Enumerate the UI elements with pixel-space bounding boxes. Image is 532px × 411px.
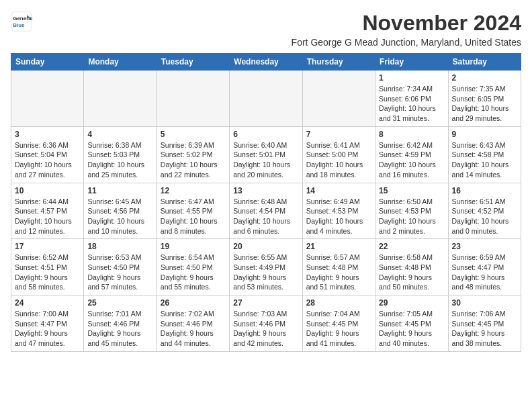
calendar-header-saturday: Saturday xyxy=(448,54,521,71)
week-row-3: 17Sunrise: 6:52 AM Sunset: 4:51 PM Dayli… xyxy=(11,239,521,295)
calendar-cell: 17Sunrise: 6:52 AM Sunset: 4:51 PM Dayli… xyxy=(11,239,84,295)
calendar-cell: 28Sunrise: 7:04 AM Sunset: 4:45 PM Dayli… xyxy=(302,295,375,352)
calendar-header-monday: Monday xyxy=(84,54,157,71)
calendar-cell: 15Sunrise: 6:50 AM Sunset: 4:53 PM Dayli… xyxy=(375,183,448,239)
day-number: 24 xyxy=(15,298,80,308)
calendar-cell: 25Sunrise: 7:01 AM Sunset: 4:46 PM Dayli… xyxy=(84,295,157,352)
day-number: 19 xyxy=(161,242,226,251)
day-info: Sunrise: 7:00 AM Sunset: 4:47 PM Dayligh… xyxy=(15,309,80,349)
calendar-header-thursday: Thursday xyxy=(302,54,375,71)
calendar-header-sunday: Sunday xyxy=(11,54,84,71)
day-number: 2 xyxy=(452,73,517,83)
calendar-cell: 20Sunrise: 6:55 AM Sunset: 4:49 PM Dayli… xyxy=(230,239,302,295)
calendar-cell: 14Sunrise: 6:49 AM Sunset: 4:53 PM Dayli… xyxy=(302,183,375,239)
day-info: Sunrise: 7:04 AM Sunset: 4:45 PM Dayligh… xyxy=(306,309,371,349)
calendar-cell: 1Sunrise: 7:34 AM Sunset: 6:06 PM Daylig… xyxy=(375,71,448,127)
day-number: 29 xyxy=(379,298,444,308)
day-number: 26 xyxy=(161,298,226,308)
day-info: Sunrise: 7:03 AM Sunset: 4:46 PM Dayligh… xyxy=(233,309,298,349)
day-number: 12 xyxy=(161,186,226,195)
day-info: Sunrise: 6:55 AM Sunset: 4:49 PM Dayligh… xyxy=(233,253,298,292)
day-info: Sunrise: 6:43 AM Sunset: 4:58 PM Dayligh… xyxy=(452,140,517,180)
day-number: 27 xyxy=(233,298,298,308)
day-info: Sunrise: 6:58 AM Sunset: 4:48 PM Dayligh… xyxy=(379,253,444,292)
day-info: Sunrise: 6:38 AM Sunset: 5:03 PM Dayligh… xyxy=(87,140,152,180)
day-number: 4 xyxy=(87,130,152,139)
day-info: Sunrise: 7:35 AM Sunset: 6:05 PM Dayligh… xyxy=(452,84,517,124)
day-number: 17 xyxy=(15,242,80,251)
day-info: Sunrise: 6:54 AM Sunset: 4:50 PM Dayligh… xyxy=(161,253,226,292)
calendar-table: SundayMondayTuesdayWednesdayThursdayFrid… xyxy=(11,53,521,352)
calendar-cell: 22Sunrise: 6:58 AM Sunset: 4:48 PM Dayli… xyxy=(375,239,448,295)
day-number: 10 xyxy=(15,186,80,195)
calendar-header-row: SundayMondayTuesdayWednesdayThursdayFrid… xyxy=(11,54,521,71)
day-info: Sunrise: 6:48 AM Sunset: 4:54 PM Dayligh… xyxy=(233,197,298,236)
day-info: Sunrise: 6:40 AM Sunset: 5:01 PM Dayligh… xyxy=(233,140,298,180)
day-info: Sunrise: 6:53 AM Sunset: 4:50 PM Dayligh… xyxy=(87,253,152,292)
week-row-0: 1Sunrise: 7:34 AM Sunset: 6:06 PM Daylig… xyxy=(11,71,521,127)
calendar-header-friday: Friday xyxy=(375,54,448,71)
calendar-cell: 6Sunrise: 6:40 AM Sunset: 5:01 PM Daylig… xyxy=(230,126,302,183)
day-info: Sunrise: 6:44 AM Sunset: 4:57 PM Dayligh… xyxy=(15,197,80,236)
calendar-cell: 16Sunrise: 6:51 AM Sunset: 4:52 PM Dayli… xyxy=(448,183,521,239)
calendar-cell xyxy=(230,71,302,127)
day-number: 3 xyxy=(15,130,80,139)
day-number: 7 xyxy=(306,130,371,139)
day-number: 20 xyxy=(233,242,298,251)
day-number: 1 xyxy=(379,73,444,83)
day-info: Sunrise: 6:36 AM Sunset: 5:04 PM Dayligh… xyxy=(15,140,80,180)
day-info: Sunrise: 7:01 AM Sunset: 4:46 PM Dayligh… xyxy=(87,309,152,349)
calendar-header-wednesday: Wednesday xyxy=(230,54,302,71)
day-info: Sunrise: 6:59 AM Sunset: 4:47 PM Dayligh… xyxy=(452,253,517,292)
location-title: Fort George G Mead Junction, Maryland, U… xyxy=(292,37,521,48)
calendar-cell: 23Sunrise: 6:59 AM Sunset: 4:47 PM Dayli… xyxy=(448,239,521,295)
calendar-cell xyxy=(302,71,375,127)
calendar-cell: 24Sunrise: 7:00 AM Sunset: 4:47 PM Dayli… xyxy=(11,295,84,352)
calendar-cell: 30Sunrise: 7:06 AM Sunset: 4:45 PM Dayli… xyxy=(448,295,521,352)
day-number: 16 xyxy=(452,186,517,195)
calendar-cell: 11Sunrise: 6:45 AM Sunset: 4:56 PM Dayli… xyxy=(84,183,157,239)
day-info: Sunrise: 6:50 AM Sunset: 4:53 PM Dayligh… xyxy=(379,197,444,236)
day-number: 14 xyxy=(306,186,371,195)
day-info: Sunrise: 7:34 AM Sunset: 6:06 PM Dayligh… xyxy=(379,84,444,124)
day-number: 15 xyxy=(379,186,444,195)
svg-text:Blue: Blue xyxy=(13,22,25,28)
page-header: General Blue November 2024 Fort George G… xyxy=(11,11,521,48)
calendar-cell: 2Sunrise: 7:35 AM Sunset: 6:05 PM Daylig… xyxy=(448,71,521,127)
calendar-cell: 5Sunrise: 6:39 AM Sunset: 5:02 PM Daylig… xyxy=(157,126,229,183)
svg-text:General: General xyxy=(13,15,32,21)
calendar-cell: 4Sunrise: 6:38 AM Sunset: 5:03 PM Daylig… xyxy=(84,126,157,183)
day-number: 9 xyxy=(452,130,517,139)
calendar-cell: 13Sunrise: 6:48 AM Sunset: 4:54 PM Dayli… xyxy=(230,183,302,239)
calendar-cell: 3Sunrise: 6:36 AM Sunset: 5:04 PM Daylig… xyxy=(11,126,84,183)
day-info: Sunrise: 6:47 AM Sunset: 4:55 PM Dayligh… xyxy=(161,197,226,236)
day-info: Sunrise: 6:45 AM Sunset: 4:56 PM Dayligh… xyxy=(87,197,152,236)
calendar-cell xyxy=(157,71,229,127)
logo-icon: General Blue xyxy=(11,11,32,32)
calendar-cell: 18Sunrise: 6:53 AM Sunset: 4:50 PM Dayli… xyxy=(84,239,157,295)
week-row-1: 3Sunrise: 6:36 AM Sunset: 5:04 PM Daylig… xyxy=(11,126,521,183)
day-info: Sunrise: 7:02 AM Sunset: 4:46 PM Dayligh… xyxy=(161,309,226,349)
calendar-cell: 7Sunrise: 6:41 AM Sunset: 5:00 PM Daylig… xyxy=(302,126,375,183)
day-info: Sunrise: 6:49 AM Sunset: 4:53 PM Dayligh… xyxy=(306,197,371,236)
day-info: Sunrise: 6:51 AM Sunset: 4:52 PM Dayligh… xyxy=(452,197,517,236)
day-info: Sunrise: 7:05 AM Sunset: 4:45 PM Dayligh… xyxy=(379,309,444,349)
day-number: 21 xyxy=(306,242,371,251)
calendar-cell: 21Sunrise: 6:57 AM Sunset: 4:48 PM Dayli… xyxy=(302,239,375,295)
day-info: Sunrise: 6:52 AM Sunset: 4:51 PM Dayligh… xyxy=(15,253,80,292)
day-info: Sunrise: 6:57 AM Sunset: 4:48 PM Dayligh… xyxy=(306,253,371,292)
calendar-cell: 29Sunrise: 7:05 AM Sunset: 4:45 PM Dayli… xyxy=(375,295,448,352)
day-number: 25 xyxy=(87,298,152,308)
week-row-4: 24Sunrise: 7:00 AM Sunset: 4:47 PM Dayli… xyxy=(11,295,521,352)
day-number: 6 xyxy=(233,130,298,139)
calendar-cell: 10Sunrise: 6:44 AM Sunset: 4:57 PM Dayli… xyxy=(11,183,84,239)
logo: General Blue xyxy=(11,11,32,32)
calendar-cell: 9Sunrise: 6:43 AM Sunset: 4:58 PM Daylig… xyxy=(448,126,521,183)
day-number: 11 xyxy=(87,186,152,195)
day-number: 23 xyxy=(452,242,517,251)
day-number: 13 xyxy=(233,186,298,195)
day-number: 30 xyxy=(452,298,517,308)
calendar-cell: 12Sunrise: 6:47 AM Sunset: 4:55 PM Dayli… xyxy=(157,183,229,239)
calendar-cell: 26Sunrise: 7:02 AM Sunset: 4:46 PM Dayli… xyxy=(157,295,229,352)
day-info: Sunrise: 7:06 AM Sunset: 4:45 PM Dayligh… xyxy=(452,309,517,349)
